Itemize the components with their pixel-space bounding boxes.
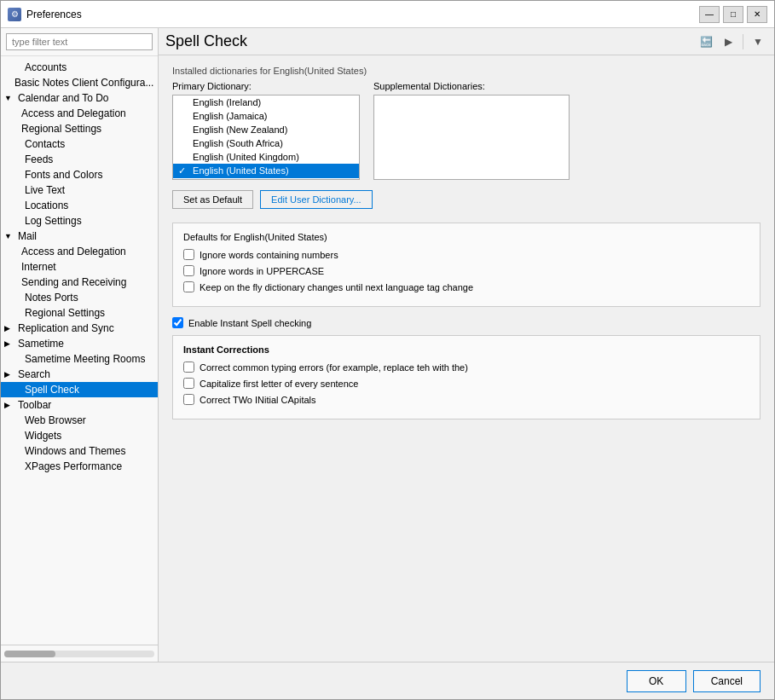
sidebar-item-fonts-colors[interactable]: Fonts and Colors (1, 167, 158, 182)
sidebar-label-sametime: Sametime (18, 338, 64, 350)
enable-instant-row: Enable Instant Spell checking (172, 317, 761, 328)
set-default-button[interactable]: Set as Default (172, 190, 253, 209)
sidebar-item-replication[interactable]: ▶ Replication and Sync (1, 321, 158, 336)
sidebar-item-windows-themes[interactable]: Windows and Themes (1, 443, 158, 459)
sidebar-item-contacts[interactable]: Contacts (1, 136, 158, 152)
right-panel: Spell Check 🔙 ▶ ▼ Installed dictionaries… (159, 28, 774, 662)
sidebar-label-internet: Internet (21, 261, 56, 273)
preferences-window: ⚙ Preferences — □ ✕ Accounts (0, 0, 775, 700)
sidebar-item-spell-check[interactable]: Spell Check (1, 382, 158, 397)
sidebar-label-windows-themes: Windows and Themes (25, 445, 126, 457)
sidebar-label-regional: Regional Settings (25, 307, 105, 319)
sidebar-item-sametime-meeting[interactable]: Sametime Meeting Rooms (1, 351, 158, 367)
defaults-section: Defaults for English(United States) Igno… (172, 223, 761, 307)
dict-item-us[interactable]: ✓ English (United States) (173, 164, 359, 178)
ignore-numbers-row: Ignore words containing numbers (183, 249, 749, 260)
minimize-button[interactable]: — (699, 6, 720, 23)
sidebar-label-regional-cal: Regional Settings (21, 123, 101, 135)
sidebar-item-locations[interactable]: Locations (1, 198, 158, 213)
sidebar-item-feeds[interactable]: Feeds (1, 152, 158, 167)
sidebar-search-input[interactable] (6, 33, 153, 50)
sidebar-label-log-settings: Log Settings (25, 215, 82, 227)
enable-instant-label: Enable Instant Spell checking (188, 318, 311, 328)
ok-button[interactable]: OK (627, 670, 686, 692)
close-button[interactable]: ✕ (747, 6, 767, 23)
ignore-uppercase-row: Ignore words in UPPERCASE (183, 265, 749, 276)
sidebar-item-web-browser[interactable]: Web Browser (1, 413, 158, 428)
sidebar-item-regional-cal[interactable]: Regional Settings (1, 121, 158, 136)
supplemental-dict-col: Supplemental Dictionaries: (373, 81, 570, 180)
sidebar-item-mail-access[interactable]: Access and Delegation (1, 244, 158, 259)
ignore-uppercase-checkbox[interactable] (183, 265, 194, 276)
window-title: Preferences (26, 9, 82, 20)
ignore-numbers-label: Ignore words containing numbers (200, 250, 338, 260)
sidebar-label-web-browser: Web Browser (25, 414, 86, 426)
sidebar-item-toolbar[interactable]: ▶ Toolbar (1, 397, 158, 413)
ignore-uppercase-label: Ignore words in UPPERCASE (200, 266, 324, 276)
dict-item-uk[interactable]: English (United Kingdom) (173, 150, 359, 164)
dict-row: Primary Dictionary: English (Ireland) En… (172, 81, 761, 180)
correct-two-label: Correct TWo INitial CApitals (200, 395, 316, 405)
supplemental-dict-box[interactable] (373, 95, 570, 180)
back-button[interactable]: 🔙 (697, 32, 715, 51)
search-expand-icon: ▶ (4, 370, 14, 379)
title-bar: ⚙ Preferences — □ ✕ (1, 1, 774, 28)
enable-instant-checkbox[interactable] (172, 317, 183, 328)
sidebar-label-mail: Mail (18, 230, 37, 242)
sidebar-item-sending-receiving[interactable]: Sending and Receiving (1, 275, 158, 290)
keep-fly-row: Keep on the fly dictionary changes until… (183, 281, 749, 292)
capitalize-first-checkbox[interactable] (183, 378, 194, 389)
correct-two-checkbox[interactable] (183, 394, 194, 405)
forward-button[interactable]: ▶ (719, 32, 737, 51)
sidebar-item-mail[interactable]: ▼ Mail (1, 229, 158, 244)
correct-typing-checkbox[interactable] (183, 362, 194, 373)
ignore-numbers-checkbox[interactable] (183, 249, 194, 260)
sidebar-item-widgets[interactable]: Widgets (1, 428, 158, 443)
sidebar-item-calendar[interactable]: ▼ Calendar and To Do (1, 90, 158, 106)
sidebar-label-fonts-colors: Fonts and Colors (25, 169, 102, 181)
sidebar-item-xpages[interactable]: XPages Performance (1, 459, 158, 474)
calendar-expand-icon: ▼ (4, 94, 14, 102)
keep-fly-checkbox[interactable] (183, 281, 194, 292)
scroll-thumb[interactable] (4, 651, 55, 657)
sidebar-item-log-settings[interactable]: Log Settings (1, 213, 158, 229)
dict-item-southafrica[interactable]: English (South Africa) (173, 136, 359, 150)
edit-user-dict-button[interactable]: Edit User Dictionary... (260, 190, 373, 209)
maximize-button[interactable]: □ (723, 6, 743, 23)
installed-dicts-label: Installed dictionaries for English(Unite… (172, 66, 761, 76)
menu-button[interactable]: ▼ (749, 32, 767, 51)
sidebar-item-basicnotes[interactable]: Basic Notes Client Configura... (1, 75, 158, 90)
dict-item-french-canada[interactable]: French (Canada) (173, 178, 359, 179)
sidebar-label-locations: Locations (25, 200, 68, 211)
app-icon: ⚙ (8, 8, 21, 21)
sidebar-item-regional[interactable]: Regional Settings (1, 305, 158, 321)
sidebar-item-notes-ports[interactable]: Notes Ports (1, 290, 158, 305)
sidebar-item-accounts[interactable]: Accounts (1, 60, 158, 75)
dict-item-jamaica[interactable]: English (Jamaica) (173, 109, 359, 123)
sidebar: Accounts Basic Notes Client Configura...… (1, 28, 159, 662)
dict-item-ireland[interactable]: English (Ireland) (173, 95, 359, 109)
sidebar-label-mail-access: Access and Delegation (21, 246, 126, 257)
sidebar-item-internet[interactable]: Internet (1, 259, 158, 275)
toolbar-icons: 🔙 ▶ ▼ (697, 32, 767, 51)
sidebar-tree: Accounts Basic Notes Client Configura...… (1, 56, 158, 645)
bottom-bar: OK Cancel (1, 662, 774, 699)
panel-toolbar: Spell Check 🔙 ▶ ▼ (159, 28, 774, 55)
sidebar-label-search: Search (18, 368, 50, 380)
sidebar-item-search[interactable]: ▶ Search (1, 367, 158, 382)
sidebar-item-access-delegation[interactable]: Access and Delegation (1, 106, 158, 121)
sidebar-label-spell-check: Spell Check (25, 384, 79, 396)
primary-dict-col: Primary Dictionary: English (Ireland) En… (172, 81, 360, 180)
title-bar-left: ⚙ Preferences (8, 8, 82, 21)
primary-dict-list[interactable]: English (Ireland) English (Jamaica) Engl… (173, 95, 359, 179)
sidebar-label-xpages: XPages Performance (25, 460, 122, 472)
panel-body: Installed dictionaries for English(Unite… (159, 55, 774, 662)
sidebar-item-sametime[interactable]: ▶ Sametime (1, 336, 158, 351)
scroll-track (4, 651, 154, 657)
cancel-button[interactable]: Cancel (693, 670, 761, 692)
supplemental-dict-label: Supplemental Dictionaries: (373, 81, 570, 91)
sametime-expand-icon: ▶ (4, 339, 14, 348)
dict-item-newzealand[interactable]: English (New Zealand) (173, 123, 359, 136)
capitalize-first-row: Capitalize first letter of every sentenc… (183, 378, 749, 389)
sidebar-item-live-text[interactable]: Live Text (1, 182, 158, 198)
